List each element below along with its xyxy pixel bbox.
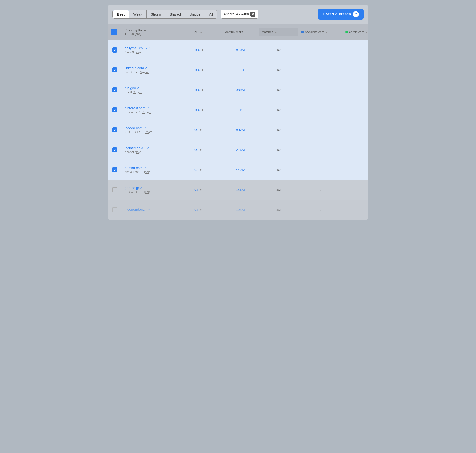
ascore-clear-button[interactable]: ✕ <box>250 12 255 17</box>
monthly-visits-label: Monthly Visits <box>224 30 243 34</box>
row-domain-cell: pinterest.com ↗ B.. > A... > B.. 9 more <box>122 104 192 116</box>
row-matches: 1/2 <box>259 126 298 134</box>
row-matches: 1/2 <box>259 85 298 94</box>
domain-link[interactable]: pinterest.com ↗ <box>125 106 189 110</box>
tab-weak[interactable]: Weak <box>129 10 147 18</box>
as-score-value: 99 <box>194 148 198 152</box>
filter-tabs: Best Weak Strong Shared Unique All <box>113 10 217 19</box>
row-monthly-visits: 1.9B <box>222 65 259 74</box>
external-link-icon[interactable]: ↗ <box>146 106 149 109</box>
header-monthly-visits: Monthly Visits <box>222 28 259 36</box>
domain-link[interactable]: nih.gov ↗ <box>125 86 189 90</box>
backlinko-label: backlinko.com <box>305 30 324 34</box>
ahrefs-sort-icon[interactable]: ⇅ <box>365 30 368 34</box>
external-link-icon[interactable]: ↗ <box>140 186 142 189</box>
row-as: 99 ▼ <box>192 126 222 134</box>
tag-more[interactable]: 9 more <box>140 71 149 74</box>
table-row: nih.gov ↗ Health 9 more 100 ▼ 389M 1/2 0… <box>108 80 368 100</box>
external-link-icon[interactable]: ↗ <box>148 46 151 50</box>
tab-unique[interactable]: Unique <box>185 10 205 18</box>
row-ahrefs: > 1 <box>343 205 368 214</box>
row-matches: 1/2 <box>259 46 298 54</box>
as-score-value: 99 <box>194 128 198 132</box>
row-ahrefs: > 1 <box>343 145 368 154</box>
domain-tags: B.. > A... > D. 9 more <box>125 191 189 194</box>
row-ahrefs: > 9 <box>343 126 368 134</box>
row-checkbox-cell <box>108 105 122 115</box>
domain-link[interactable]: indeed.com ↗ <box>125 126 189 130</box>
tag-more[interactable]: 9 more <box>144 131 152 134</box>
matches-sort-icon[interactable]: ⇅ <box>274 30 277 34</box>
table-wrapper: Referring Domain 1 – 100 (767) AS ⇅ Mont… <box>108 24 368 220</box>
table-row: goo.ne.jp ↗ B.. > A... > D. 9 more 91 ▼ … <box>108 180 368 200</box>
start-outreach-button[interactable]: + Start outreach 7 <box>318 9 363 20</box>
row-monthly-visits: 802M <box>222 126 259 134</box>
row-matches: 1/2 <box>259 65 298 74</box>
domain-name-text: indeed.com <box>125 126 143 130</box>
row-checkbox[interactable] <box>112 147 117 152</box>
row-backlinko: 0 <box>298 205 343 214</box>
as-sort-icon[interactable]: ⇅ <box>199 30 202 34</box>
table-row: pinterest.com ↗ B.. > A... > B.. 9 more … <box>108 100 368 120</box>
tag-more[interactable]: 9 more <box>142 170 150 174</box>
row-checkbox[interactable] <box>112 207 117 212</box>
header-as: AS ⇅ <box>192 28 222 36</box>
row-checkbox[interactable] <box>112 107 117 113</box>
row-as: 99 ▼ <box>192 145 222 154</box>
row-backlinko: 0 <box>298 85 343 94</box>
row-checkbox-cell <box>108 65 122 75</box>
external-link-icon[interactable]: ↗ <box>147 146 149 149</box>
row-backlinko: 0 <box>298 65 343 74</box>
tag-more[interactable]: 9 more <box>142 191 151 194</box>
row-domain-cell: goo.ne.jp ↗ B.. > A... > D. 9 more <box>122 184 192 196</box>
tag-more[interactable]: 9 more <box>133 91 142 94</box>
tab-all[interactable]: All <box>205 10 217 18</box>
row-checkbox[interactable] <box>112 127 117 132</box>
domain-tags: Arts & Ente... 9 more <box>125 170 189 174</box>
row-monthly-visits: 124M <box>222 205 259 214</box>
table-row: dailymail.co.uk ↗ News 9 more 100 ▼ 810M… <box>108 40 368 60</box>
as-arrow-icon: ▼ <box>201 49 204 51</box>
row-checkbox[interactable] <box>112 47 117 52</box>
referring-domain-range: 1 – 100 (767) <box>125 32 141 35</box>
ascore-label: AScore: #50–100 <box>224 12 249 16</box>
select-all-checkbox[interactable] <box>111 28 117 35</box>
backlinko-sort-icon[interactable]: ⇅ <box>325 30 327 34</box>
row-backlinko: 0 <box>298 185 343 194</box>
ahrefs-dot <box>345 31 348 33</box>
tab-strong[interactable]: Strong <box>147 10 166 18</box>
tag-more[interactable]: 9 more <box>132 150 141 154</box>
row-checkbox[interactable] <box>112 87 117 92</box>
row-domain-cell: hotstar.com ↗ Arts & Ente... 9 more <box>122 163 192 176</box>
domain-name-text: indiatimes.c... <box>125 146 146 150</box>
tab-shared[interactable]: Shared <box>166 10 185 18</box>
domain-name-text: hotstar.com <box>125 166 143 170</box>
domain-link[interactable]: indiatimes.c... ↗ <box>125 146 189 150</box>
row-checkbox-cell <box>108 145 122 155</box>
domain-link[interactable]: linkedin.com ↗ <box>125 66 189 70</box>
as-arrow-icon: ▼ <box>199 128 202 131</box>
as-score-value: 100 <box>194 68 200 72</box>
tag-more[interactable]: 9 more <box>143 111 151 114</box>
domain-link[interactable]: hotstar.com ↗ <box>125 166 189 170</box>
external-link-icon[interactable]: ↗ <box>144 126 146 129</box>
external-link-icon[interactable]: ↗ <box>145 66 147 70</box>
row-checkbox[interactable] <box>112 67 117 72</box>
external-link-icon[interactable]: ↗ <box>148 208 150 211</box>
row-checkbox-cell <box>108 125 122 135</box>
external-link-icon[interactable]: ↗ <box>144 166 146 169</box>
domain-link[interactable]: goo.ne.jp ↗ <box>125 186 189 190</box>
tag-more[interactable]: 9 more <box>132 51 141 54</box>
external-link-icon[interactable]: ↗ <box>137 86 139 89</box>
row-as: 91 ▼ <box>192 185 222 194</box>
row-checkbox[interactable] <box>112 167 117 172</box>
table-row: linkedin.com ↗ Bu... > Bu... 9 more 100 … <box>108 60 368 80</box>
as-arrow-icon: ▼ <box>201 69 204 71</box>
row-checkbox-cell <box>108 205 122 215</box>
domain-link[interactable]: dailymail.co.uk ↗ <box>125 46 189 50</box>
domain-link[interactable]: independent... ↗ <box>125 207 189 211</box>
tab-best[interactable]: Best <box>113 10 130 19</box>
row-checkbox[interactable] <box>112 187 117 192</box>
matches-label: Matches <box>262 30 273 34</box>
row-monthly-visits: 216M <box>222 145 259 154</box>
